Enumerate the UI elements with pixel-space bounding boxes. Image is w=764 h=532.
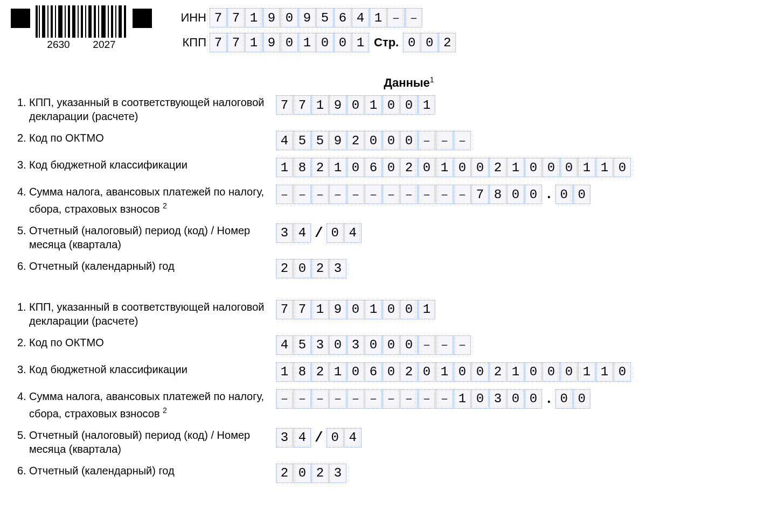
cell: 1	[276, 362, 293, 382]
cell: 9	[329, 300, 346, 319]
cell: 9	[263, 8, 280, 27]
cell: 4	[344, 223, 362, 243]
cell: 0	[383, 95, 400, 115]
svg-rect-2	[42, 5, 45, 38]
row-kbk: 3. Код бюджетной классификации 182106020…	[17, 362, 726, 382]
kpp-row: КПП 771901001 Стр. 002	[175, 33, 456, 52]
value-kpp: 771901001	[276, 95, 436, 115]
cell: 0	[507, 389, 524, 409]
cell: 1	[418, 300, 435, 319]
cell: 4	[352, 8, 369, 27]
label-sum: Сумма налога, авансовых платежей по нало…	[29, 185, 276, 216]
inn-cells: 7719095641––	[210, 8, 423, 27]
cell: 0	[614, 362, 631, 382]
cell: 1	[578, 158, 595, 177]
svg-rect-17	[108, 5, 109, 38]
cell: 0	[418, 158, 435, 177]
label-kpp: КПП, указанный в соответствующей налогов…	[29, 300, 276, 328]
cell: 0	[418, 362, 435, 382]
cell: 0	[555, 185, 573, 204]
page-label: Стр.	[370, 36, 403, 50]
cell: 1	[370, 8, 387, 27]
cell: 0	[543, 158, 560, 177]
cell: 5	[294, 131, 311, 150]
svg-rect-3	[47, 5, 48, 38]
cell: 0	[507, 185, 524, 204]
cell: 0	[347, 158, 364, 177]
row-year: 6. Отчетный (календарный) год 2023	[17, 259, 726, 278]
cell: 2	[311, 362, 329, 382]
row-sum: 4. Сумма налога, авансовых платежей по н…	[17, 185, 726, 216]
value-sum-int: ––––––––––10300	[276, 389, 543, 409]
cell: 0	[560, 158, 578, 177]
cell: 2	[489, 362, 506, 382]
row-kbk: 3. Код бюджетной классификации 182106020…	[17, 158, 726, 177]
cell: 7	[276, 300, 293, 319]
cell: –	[276, 185, 293, 204]
cell: 9	[329, 95, 346, 115]
label-year: Отчетный (календарный) год	[29, 464, 276, 478]
cell: 0	[471, 158, 489, 177]
cell: 0	[383, 362, 400, 382]
svg-rect-12	[85, 5, 86, 38]
period-sep: /	[311, 430, 327, 446]
value-period-code: 34	[276, 428, 311, 447]
label-period: Отчетный (налоговый) период (код) / Номе…	[29, 223, 276, 251]
cell: 8	[294, 362, 311, 382]
cell: 1	[245, 8, 262, 27]
page-cells: 002	[403, 33, 456, 52]
cell: 0	[525, 389, 542, 409]
cell: 3	[329, 464, 346, 483]
cell: 2	[489, 158, 506, 177]
cell: 6	[334, 8, 351, 27]
cell: 0	[525, 185, 542, 204]
barcode-num-left: 2630	[47, 39, 70, 51]
value-oktmo: 45592000–––	[276, 131, 471, 150]
cell: 4	[344, 428, 362, 447]
label-kbk: Код бюджетной классификации	[29, 158, 276, 172]
blocks-host: 1. КПП, указанный в соответствующей нало…	[11, 95, 737, 482]
decimal-dot: .	[543, 391, 555, 407]
row-oktmo: 2. Код по ОКТМО 45592000–––	[17, 131, 726, 150]
cell: 0	[400, 300, 418, 319]
cell: 0	[573, 389, 591, 409]
cell: –	[383, 185, 400, 204]
decimal-dot: .	[543, 186, 555, 202]
period-sep: /	[311, 225, 327, 241]
cell: 1	[298, 33, 316, 52]
svg-rect-7	[65, 5, 66, 38]
label-kbk: Код бюджетной классификации	[29, 362, 276, 376]
cell: –	[454, 335, 471, 355]
svg-rect-19	[115, 5, 116, 38]
svg-rect-6	[58, 5, 62, 38]
cell: 8	[294, 158, 311, 177]
form-page: 2630 2027 ИНН 7719095641–– КПП 771901001…	[0, 0, 764, 532]
svg-rect-15	[98, 5, 99, 38]
value-oktmo: 45303000–––	[276, 335, 471, 355]
cell: 3	[489, 389, 506, 409]
cell: 7	[276, 95, 293, 115]
cell: 0	[383, 335, 400, 355]
cell: –	[276, 389, 293, 409]
row-period: 5. Отчетный (налоговый) период (код) / Н…	[17, 428, 726, 456]
cell: 2	[400, 362, 418, 382]
cell: 0	[400, 95, 418, 115]
cell: 0	[294, 464, 311, 483]
cell: 5	[316, 8, 334, 27]
cell: 1	[436, 158, 453, 177]
cell: 7	[294, 300, 311, 319]
cell: 4	[276, 335, 293, 355]
cell: –	[294, 185, 311, 204]
cell: 4	[294, 428, 311, 447]
cell: 4	[294, 223, 311, 243]
row-sum: 4. Сумма налога, авансовых платежей по н…	[17, 389, 726, 421]
value-period-num: 04	[327, 223, 362, 243]
svg-rect-20	[119, 5, 122, 38]
cell: –	[387, 8, 405, 27]
cell: 0	[329, 335, 346, 355]
svg-rect-4	[51, 5, 53, 38]
cell: –	[365, 185, 382, 204]
cell: –	[347, 185, 364, 204]
cell: 6	[365, 158, 382, 177]
header-fields: ИНН 7719095641–– КПП 771901001 Стр. 002	[175, 8, 456, 58]
